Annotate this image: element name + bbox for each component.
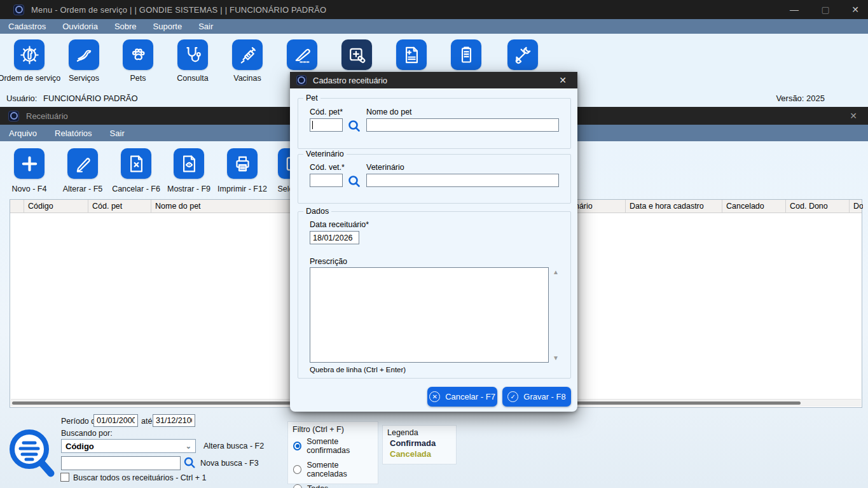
search-vet-icon[interactable] (347, 174, 362, 189)
search-pet-icon[interactable] (347, 118, 362, 134)
close-button[interactable]: ✕ (841, 0, 868, 19)
veterinario-input[interactable] (366, 174, 559, 187)
modal-close-button[interactable]: ✕ (554, 72, 572, 88)
empresa-button[interactable] (451, 39, 481, 70)
menu-sobre[interactable]: Sobre (108, 22, 143, 31)
search-input[interactable] (61, 456, 181, 470)
nome-pet-label: Nome do pet (366, 108, 412, 116)
column-header-dono[interactable]: Dono (850, 200, 863, 213)
toolbar-label: Pets (130, 74, 146, 83)
receituario-close-button[interactable]: ✕ (844, 107, 863, 125)
filter-title: Filtro (Ctrl + F) (293, 425, 344, 434)
data-receituario-input[interactable] (310, 231, 359, 244)
radio-icon (293, 465, 301, 474)
menu-ouvidoria[interactable]: Ouvidoria (56, 22, 104, 31)
radio-label: Somente canceladas (307, 461, 378, 478)
save-dialog-button[interactable]: ✓ Gravar - F8 (502, 387, 571, 407)
prescricao-textarea[interactable] (310, 267, 549, 363)
cadastro-receituario-dialog: Cadastro receituário ✕ Pet Cód. pet* Nom… (290, 72, 577, 412)
pencil-icon (73, 154, 93, 174)
mostrar-button[interactable] (174, 148, 204, 179)
column-header-cod-pet[interactable]: Cód. pet (88, 200, 151, 213)
vacinas-button[interactable] (232, 39, 263, 70)
minimize-button[interactable]: — (780, 0, 809, 19)
plus-icon (20, 154, 39, 174)
search-all-checkbox[interactable] (60, 473, 69, 482)
maximize-button[interactable]: ▢ (811, 0, 840, 19)
vet-group-title: Veterinário (303, 150, 347, 158)
user-value: FUNCIONÁRIO PADRÃO (43, 94, 138, 103)
text-cursor (312, 121, 313, 129)
toolbar-label: Consulta (177, 74, 208, 83)
radio-label: Todas (307, 484, 328, 488)
prescricao-label: Prescrição (310, 257, 347, 266)
menu-sair[interactable]: Sair (192, 22, 219, 31)
stethoscope-icon (183, 45, 203, 65)
scroll-down-icon[interactable]: ▼ (553, 354, 559, 361)
column-header-cod-dono[interactable]: Cod. Dono (786, 200, 850, 213)
cirurgia-button[interactable] (287, 39, 317, 70)
exames-button[interactable] (396, 39, 427, 70)
receituario-button-active[interactable] (341, 39, 372, 70)
paw-icon (128, 45, 148, 65)
cod-vet-input[interactable] (310, 174, 343, 187)
menu-sair-receituario[interactable]: Sair (104, 129, 131, 138)
menu-relatorios[interactable]: Relatórios (48, 129, 99, 138)
cancel-dialog-button[interactable]: ✕ Cancelar - F7 (427, 387, 497, 407)
search-icon[interactable] (183, 456, 196, 470)
dados-group: Dados Data receituário* Prescrição ▲ ▼ Q… (298, 211, 571, 379)
cod-vet-label: Cód. vet.* (310, 163, 345, 172)
pets-button[interactable] (123, 39, 153, 70)
search-field-select[interactable]: Código ⌄ (61, 439, 196, 453)
document-eye-icon (179, 154, 199, 174)
ordem-servico-button[interactable] (14, 39, 45, 70)
cancel-dialog-label: Cancelar - F7 (445, 392, 495, 401)
column-header-blank[interactable] (10, 200, 24, 213)
app-logo-icon (13, 4, 24, 15)
column-header-codigo[interactable]: Código (24, 200, 88, 213)
filter-group: Filtro (Ctrl + F) Somente confirmadas So… (287, 421, 378, 484)
toolbar-label: Mostrar - F9 (167, 185, 210, 193)
building-icon (457, 45, 476, 65)
toolbar-label: Imprimir - F12 (217, 185, 267, 193)
toolbar-label: Vacinas (233, 74, 261, 83)
menu-cadastros[interactable]: Cadastros (2, 22, 52, 31)
imprimir-button[interactable] (227, 148, 258, 179)
document-plus-icon (402, 45, 422, 65)
radio-todas[interactable]: Todas (293, 484, 378, 488)
user-line: Usuário: FUNCIONÁRIO PADRÃO (6, 94, 138, 103)
legend-confirmed: Confirmada (390, 438, 436, 448)
period-to-input[interactable] (153, 414, 195, 427)
consulta-button[interactable] (177, 39, 208, 70)
prescription-icon (347, 45, 367, 65)
searching-by-label: Buscando por: (61, 429, 113, 438)
legend-group: Legenda Confirmada Cancelada (382, 425, 457, 464)
cod-pet-input[interactable] (310, 118, 343, 132)
servicos-button[interactable] (69, 39, 99, 70)
legend-cancelled: Cancelada (390, 449, 431, 459)
configuracoes-button[interactable] (507, 39, 538, 70)
version-label: Versão: 2025 (776, 94, 825, 103)
nome-pet-input[interactable] (366, 118, 559, 132)
scroll-up-icon[interactable]: ▲ (553, 268, 559, 275)
menu-suporte[interactable]: Suporte (147, 22, 189, 31)
cancelar-button[interactable] (121, 148, 151, 179)
radio-somente-confirmadas[interactable]: Somente confirmadas (293, 437, 378, 455)
toolbar-label: Serviços (69, 74, 99, 83)
alterar-button[interactable] (67, 148, 98, 179)
save-dialog-label: Gravar - F8 (523, 392, 565, 401)
data-receituario-label: Data receituário* (310, 220, 369, 229)
period-from-input[interactable] (93, 414, 138, 427)
legend-title: Legenda (387, 428, 418, 437)
search-all-label: Buscar todos os receituários - Ctrl + 1 (73, 473, 206, 482)
until-label: até (141, 417, 152, 426)
column-header-cancelado[interactable]: Cancelado (722, 200, 786, 213)
tools-icon (513, 45, 533, 65)
novo-button[interactable] (14, 148, 45, 179)
toolbar-label: Novo - F4 (12, 185, 47, 193)
printer-icon (233, 154, 252, 174)
radio-somente-canceladas[interactable]: Somente canceladas (293, 461, 378, 478)
pet-group: Pet Cód. pet* Nome do pet (298, 98, 571, 149)
column-header-data-hora[interactable]: Data e hora cadastro (626, 200, 722, 213)
menu-arquivo[interactable]: Arquivo (3, 129, 43, 138)
